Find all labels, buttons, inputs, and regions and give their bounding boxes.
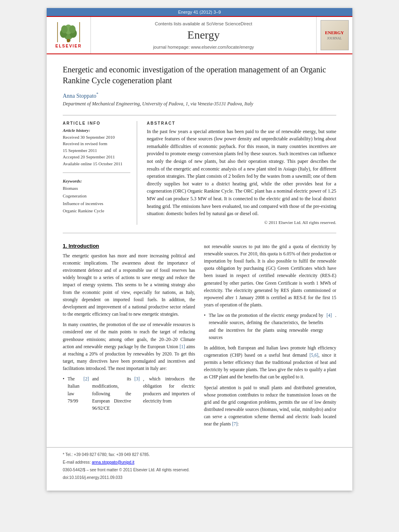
email-label-text: E-mail address:	[63, 460, 90, 464]
ref-4-link[interactable]: [4]	[327, 312, 332, 341]
divider-keywords	[63, 173, 130, 173]
intro-para-2: In many countries, the promotion of the …	[63, 321, 195, 372]
keyword-2: Cogeneration	[63, 192, 130, 200]
bullet-list-right: The law on the promotion of the electric…	[204, 312, 336, 341]
journal-citation-bar: Energy 41 (2012) 3–9	[47, 8, 352, 16]
history-label: Article history:	[63, 128, 130, 133]
article-info-abstract-section: ARTICLE INFO Article history: Received 3…	[63, 121, 336, 225]
section-number: 1.	[63, 243, 67, 249]
keywords-label: Keywords:	[63, 179, 130, 183]
svg-point-5	[61, 25, 68, 33]
revised-date: 15 September 2011	[63, 147, 130, 154]
homepage-line: journal homepage: www.elsevier.com/locat…	[153, 45, 254, 49]
energy-cover-icon: JOURNAL	[321, 20, 349, 50]
bullet-item-right-1: The law on the promotion of the electric…	[204, 312, 336, 341]
abstract-column: ABSTRACT In the past few years a special…	[147, 121, 336, 225]
sciverse-line: Contents lists available at SciVerse Sci…	[155, 21, 252, 26]
article-info-column: ARTICLE INFO Article history: Received 3…	[63, 121, 137, 225]
keyword-1: Biomass	[63, 185, 130, 192]
available-date: Available online 15 October 2011	[63, 160, 130, 167]
footer-tel: * Tel.: +39 049 827 6780; fax: +39 049 8…	[63, 452, 336, 458]
footer-doi: doi:10.1016/j.energy.2011.09.033	[63, 474, 336, 481]
article-history-block: Article history: Received 30 September 2…	[63, 128, 130, 167]
svg-rect-7	[67, 39, 70, 42]
right-para-2: In addition, both European and Italian l…	[204, 344, 336, 381]
bullet-item-1: The Italian law 79/99 [2] and its modifi…	[63, 375, 195, 412]
divider-1	[63, 115, 336, 115]
abstract-label: ABSTRACT	[147, 121, 336, 125]
footer-issn: 0360-5442/$ – see front matter © 2011 El…	[63, 467, 336, 473]
journal-header: ELSEVIER Contents lists available at Sci…	[47, 16, 352, 54]
page-footer: * Tel.: +39 049 827 6780; fax: +39 049 8…	[47, 447, 352, 486]
introduction-two-col: 1. Introduction The energetic question h…	[63, 243, 336, 431]
article-info-label: ARTICLE INFO	[63, 121, 130, 125]
sciverse-text-before: Contents lists available at SciVerse Sci…	[155, 21, 252, 26]
ref-3-link[interactable]: [3]	[134, 375, 140, 412]
journal-name-heading: Energy	[187, 29, 220, 41]
elsevier-brand-text: ELSEVIER	[56, 44, 82, 48]
intro-heading: 1. Introduction	[63, 243, 195, 249]
energy-logo-box: JOURNAL	[316, 17, 352, 53]
svg-point-6	[69, 25, 76, 33]
section-title: Introduction	[68, 243, 99, 249]
author-name-text: Anna Stoppato	[63, 93, 97, 99]
elsevier-tree-icon	[56, 22, 82, 42]
homepage-url-text: journal homepage: www.elsevier.com/locat…	[153, 45, 254, 49]
intro-para-1: The energetic question has more and more…	[63, 252, 195, 318]
divider-body	[63, 233, 336, 233]
abstract-text: In the past few years a special attentio…	[147, 128, 336, 218]
ref-2-link[interactable]: [2]	[84, 375, 89, 412]
bullet-list-left: The Italian law 79/99 [2] and its modifi…	[63, 375, 195, 412]
elsevier-logo: ELSEVIER	[47, 17, 91, 53]
right-para-3: Special attention is paid to small plant…	[204, 384, 336, 428]
journal-center: Contents lists available at SciVerse Sci…	[91, 17, 316, 53]
keyword-4: Organic Rankine Cycle	[63, 207, 130, 215]
email-link[interactable]: anna.stoppato@unipd.it	[92, 460, 134, 464]
received-date: Received 30 September 2010	[63, 134, 130, 141]
copyright-line: © 2011 Elsevier Ltd. All rights reserved…	[147, 220, 336, 225]
revised-label: Received in revised form	[63, 140, 130, 147]
accepted-date: Accepted 20 September 2011	[63, 154, 130, 160]
body-content: 1. Introduction The energetic question h…	[63, 239, 336, 439]
keywords-block: Keywords: Biomass Cogeneration Influence…	[63, 179, 130, 215]
article-title: Energetic and economic investigation of …	[63, 64, 336, 86]
journal-citation: Energy 41 (2012) 3–9	[178, 10, 221, 14]
author-sup: *	[97, 92, 99, 96]
ref-1-link[interactable]: [1]	[179, 344, 185, 349]
right-para-1: not renewable sources to put into the gr…	[204, 243, 336, 308]
author-affiliation: Department of Mechanical Engineering, Un…	[63, 101, 336, 107]
body-left-col: 1. Introduction The energetic question h…	[63, 243, 195, 431]
body-right-col: not renewable sources to put into the gr…	[204, 243, 336, 431]
footer-email: E-mail address: anna.stoppato@unipd.it	[63, 459, 336, 465]
keyword-3: Influence of incentives	[63, 200, 130, 207]
main-content: Energetic and economic investigation of …	[47, 54, 352, 447]
ref-7-link[interactable]: [7]	[232, 421, 237, 426]
author-name: Anna Stoppato*	[63, 92, 336, 99]
ref-56-link[interactable]: [5,6]	[309, 353, 318, 357]
